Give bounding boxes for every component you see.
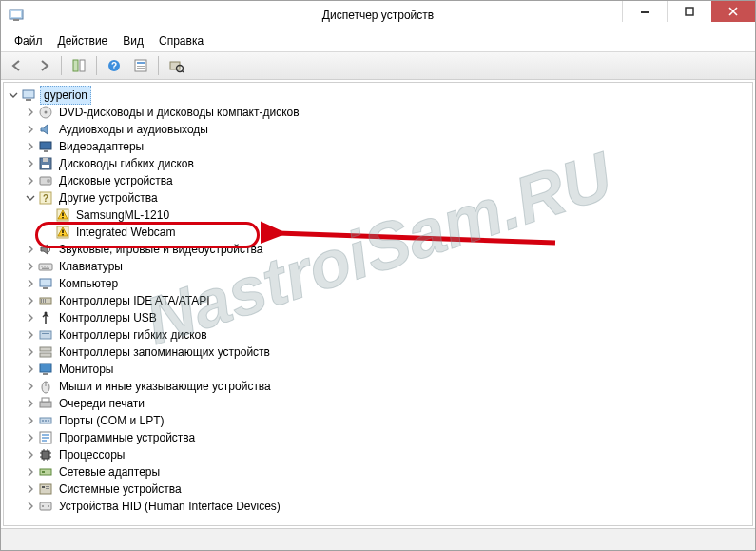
show-hide-console-button[interactable]	[67, 53, 91, 78]
device-warning-icon	[55, 207, 70, 223]
tree-category[interactable]: Мониторы	[8, 361, 752, 378]
tree-category[interactable]: Звуковые, игровые и видеоустройства	[8, 241, 752, 258]
tree-category[interactable]: Программные устройства	[8, 429, 752, 446]
device-icon	[55, 225, 70, 240]
minimize-button[interactable]	[622, 1, 667, 22]
expand-icon[interactable]	[25, 329, 36, 341]
tree-category[interactable]: Контроллеры гибких дисков	[8, 326, 752, 344]
sound-device-icon	[38, 242, 53, 257]
toolbar: ?	[1, 52, 755, 80]
menu-help[interactable]: Справка	[151, 32, 211, 49]
tree-category-label: Мониторы	[57, 361, 115, 378]
expand-icon[interactable]	[25, 158, 36, 169]
tree-category[interactable]: Контроллеры запоминающих устройств	[8, 344, 752, 361]
expand-icon[interactable]	[25, 398, 36, 409]
svg-rect-39	[42, 268, 49, 270]
tree-category[interactable]: DVD-дисководы и дисководы компакт-дисков	[8, 104, 752, 121]
svg-rect-56	[42, 398, 49, 402]
svg-rect-45	[45, 299, 46, 303]
expand-icon[interactable]	[25, 381, 36, 392]
tree-device[interactable]: Integrated Webcam	[8, 224, 752, 241]
menu-view[interactable]: Вид	[115, 32, 151, 49]
expand-icon[interactable]	[25, 124, 36, 135]
forward-button[interactable]	[31, 53, 56, 78]
tree-category[interactable]: Контроллеры USB	[8, 309, 752, 326]
category-icon	[38, 362, 53, 377]
device-tree[interactable]: gyperionDVD-дисководы и дисководы компак…	[4, 83, 752, 519]
svg-point-59	[45, 420, 47, 422]
tree-category-label: Звуковые, игровые и видеоустройства	[57, 241, 264, 258]
tree-category[interactable]: Системные устройства	[8, 481, 752, 498]
device-icon	[55, 207, 70, 223]
tree-category[interactable]: Процессоры	[8, 446, 752, 463]
tree-category-label: Процессоры	[57, 446, 127, 463]
software-device-icon	[38, 430, 53, 445]
tree-category[interactable]: Дисковые устройства	[8, 172, 752, 189]
tree-category[interactable]: Дисководы гибких дисков	[8, 155, 752, 172]
svg-point-26	[47, 179, 50, 183]
tree-category[interactable]: Видеоадаптеры	[8, 138, 752, 155]
collapse-icon[interactable]	[25, 192, 36, 204]
scan-hardware-button[interactable]	[164, 53, 188, 78]
expand-icon[interactable]	[25, 364, 36, 375]
expand-icon[interactable]	[25, 261, 36, 272]
menu-bar: Файл Действие Вид Справка	[1, 30, 755, 52]
properties-button[interactable]	[128, 53, 153, 78]
tree-category[interactable]: Устройства HID (Human Interface Devices)	[8, 498, 752, 515]
tree-root[interactable]: gyperion	[8, 87, 752, 104]
tree-device[interactable]: SamsungML-1210	[8, 207, 752, 224]
maximize-button[interactable]	[667, 1, 711, 22]
expand-icon[interactable]	[25, 175, 36, 187]
tree-category[interactable]: Аудиовходы и аудиовыходы	[8, 121, 752, 138]
category-icon	[38, 139, 53, 154]
svg-point-70	[42, 505, 44, 507]
tree-category[interactable]: Клавиатуры	[8, 258, 752, 275]
expand-icon[interactable]	[25, 141, 36, 152]
expand-icon[interactable]	[25, 107, 36, 118]
category-icon	[38, 122, 53, 137]
category-icon	[38, 310, 53, 325]
tree-category[interactable]: Мыши и иные указывающие устройства	[8, 378, 752, 395]
menu-file[interactable]: Файл	[7, 32, 50, 49]
tree-category-label: Дисководы гибких дисков	[57, 155, 196, 172]
tree-category[interactable]: ?Другие устройства	[8, 189, 752, 207]
svg-rect-41	[43, 287, 48, 289]
tree-category-label: Контроллеры запоминающих устройств	[57, 344, 272, 361]
expand-icon[interactable]	[25, 278, 36, 289]
tree-category-label: Контроллеры IDE ATA/ATAPI	[57, 292, 212, 309]
tree-category[interactable]: Порты (COM и LPT)	[8, 412, 752, 429]
tree-category[interactable]: Контроллеры IDE ATA/ATAPI	[8, 292, 752, 309]
tree-category[interactable]: Очереди печати	[8, 395, 752, 412]
svg-rect-23	[43, 158, 48, 162]
device-tree-panel: gyperionDVD-дисководы и дисководы компак…	[3, 82, 753, 526]
expand-icon[interactable]	[25, 432, 36, 443]
collapse-icon[interactable]	[8, 89, 19, 101]
processor-icon	[38, 447, 53, 462]
tree-category[interactable]: Сетевые адаптеры	[8, 463, 752, 481]
close-button[interactable]	[711, 1, 755, 22]
svg-rect-1	[11, 11, 21, 17]
expand-icon[interactable]	[25, 449, 36, 461]
expand-icon[interactable]	[25, 483, 36, 495]
expand-icon[interactable]	[25, 501, 36, 512]
display-adapter-icon	[38, 139, 53, 154]
tree-category-label: Мыши и иные указывающие устройства	[57, 378, 273, 395]
back-button[interactable]	[5, 53, 29, 78]
svg-text:?: ?	[111, 61, 117, 71]
tree-category-label: Клавиатуры	[57, 258, 125, 275]
expand-icon[interactable]	[25, 312, 36, 324]
help-icon: ?	[107, 58, 122, 73]
help-button[interactable]: ?	[102, 53, 126, 78]
menu-action[interactable]: Действие	[50, 32, 116, 49]
expand-icon[interactable]	[25, 244, 36, 255]
close-icon	[728, 7, 738, 16]
svg-rect-48	[42, 333, 49, 334]
tree-category[interactable]: Компьютер	[8, 275, 752, 292]
svg-rect-63	[40, 469, 51, 475]
expand-icon[interactable]	[25, 346, 36, 358]
expand-icon[interactable]	[25, 415, 36, 426]
category-icon	[38, 156, 53, 171]
expand-icon[interactable]	[25, 466, 36, 478]
expand-icon[interactable]	[25, 295, 36, 306]
tree-category-label: Системные устройства	[57, 481, 184, 498]
